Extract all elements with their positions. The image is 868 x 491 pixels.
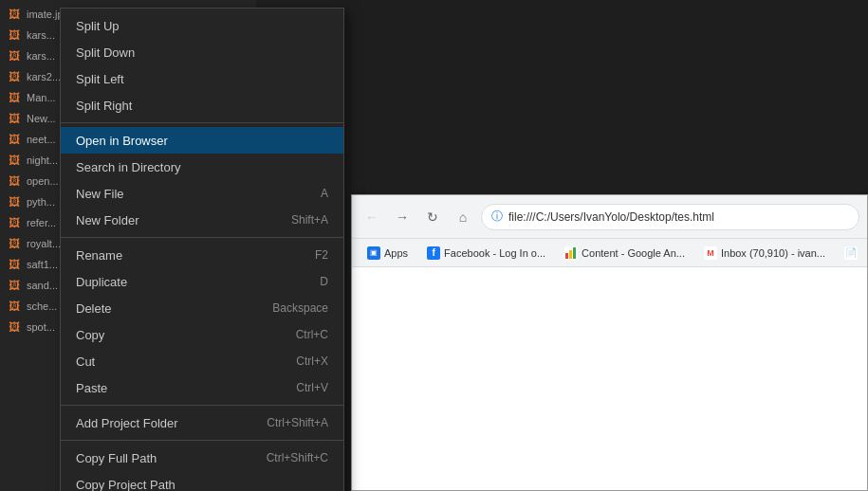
lock-icon: ⓘ: [491, 209, 503, 225]
image-icon: 🖼: [8, 49, 21, 63]
image-icon: 🖼: [8, 112, 21, 125]
separator-4: [61, 440, 343, 441]
menu-item-cut[interactable]: Cut Ctrl+X: [61, 348, 343, 374]
apps-icon: ▣: [367, 246, 380, 260]
menu-item-delete[interactable]: Delete Backspace: [61, 295, 343, 321]
address-bar[interactable]: ⓘ file:///C:/Users/IvanYolo/Desktop/tes.…: [481, 204, 859, 230]
menu-item-add-project-folder[interactable]: Add Project Folder Ctrl+Shift+A: [61, 409, 343, 436]
menu-item-paste[interactable]: Paste Ctrl+V: [61, 374, 343, 401]
menu-item-split-up[interactable]: Split Up: [61, 12, 343, 39]
svg-rect-0: [565, 253, 568, 259]
facebook-icon: f: [427, 246, 440, 260]
menu-item-copy-full-path[interactable]: Copy Full Path Ctrl+Shift+C: [61, 445, 343, 471]
bookmarks-bar: ▣ Apps f Facebook - Log In o... Content …: [352, 239, 867, 267]
gmail-icon: M: [704, 246, 717, 260]
image-icon: 🖼: [8, 279, 21, 292]
browser-toolbar: ← → ↻ ⌂ ⓘ file:///C:/Users/IvanYolo/Desk…: [352, 195, 867, 239]
back-button[interactable]: ←: [360, 205, 384, 229]
chart-icon: [564, 246, 578, 260]
separator-3: [61, 405, 343, 406]
image-icon: 🖼: [8, 237, 21, 250]
image-icon: 🖼: [8, 154, 21, 167]
svg-rect-2: [573, 247, 576, 259]
bookmark-content[interactable]: Content - Google An...: [557, 245, 693, 262]
image-icon: 🖼: [8, 320, 21, 334]
browser-window: ← → ↻ ⌂ ⓘ file:///C:/Users/IvanYolo/Desk…: [351, 194, 868, 491]
image-icon: 🖼: [8, 28, 21, 42]
bookmark-apps[interactable]: ▣ Apps: [360, 245, 416, 262]
bookmark-doc[interactable]: 📄: [837, 245, 865, 262]
home-button[interactable]: ⌂: [451, 205, 475, 229]
menu-item-rename[interactable]: Rename F2: [61, 242, 343, 268]
image-icon: 🖼: [8, 174, 21, 188]
svg-rect-1: [569, 250, 572, 259]
bookmark-facebook[interactable]: f Facebook - Log In o...: [419, 245, 553, 262]
menu-item-new-folder[interactable]: New Folder Shift+A: [61, 207, 343, 233]
image-icon: 🖼: [8, 8, 21, 21]
menu-item-new-file[interactable]: New File A: [61, 180, 343, 207]
refresh-button[interactable]: ↻: [420, 205, 445, 229]
image-icon: 🖼: [8, 195, 21, 209]
image-icon: 🖼: [8, 91, 21, 104]
image-icon: 🖼: [8, 133, 21, 146]
menu-item-split-down[interactable]: Split Down: [61, 39, 343, 65]
image-icon: 🖼: [8, 70, 21, 83]
forward-button[interactable]: →: [390, 205, 415, 229]
menu-item-copy-project-path[interactable]: Copy Project Path: [61, 471, 343, 491]
menu-item-open-in-browser[interactable]: Open in Browser: [61, 127, 343, 154]
image-icon: 🖼: [8, 258, 21, 271]
context-menu: Split Up Split Down Split Left Split Rig…: [60, 8, 344, 491]
bookmark-gmail[interactable]: M Inbox (70,910) - ivan...: [696, 245, 833, 262]
image-icon: 🖼: [8, 216, 21, 229]
browser-content: [352, 267, 867, 490]
menu-item-split-right[interactable]: Split Right: [61, 92, 343, 118]
separator-2: [61, 237, 343, 238]
menu-item-copy[interactable]: Copy Ctrl+C: [61, 321, 343, 348]
menu-item-duplicate[interactable]: Duplicate D: [61, 268, 343, 295]
menu-item-search-in-directory[interactable]: Search in Directory: [61, 154, 343, 180]
image-icon: 🖼: [8, 300, 21, 313]
menu-item-split-left[interactable]: Split Left: [61, 65, 343, 92]
url-text: file:///C:/Users/IvanYolo/Desktop/tes.ht…: [508, 210, 714, 224]
separator-1: [61, 122, 343, 123]
doc-icon: 📄: [844, 246, 858, 260]
